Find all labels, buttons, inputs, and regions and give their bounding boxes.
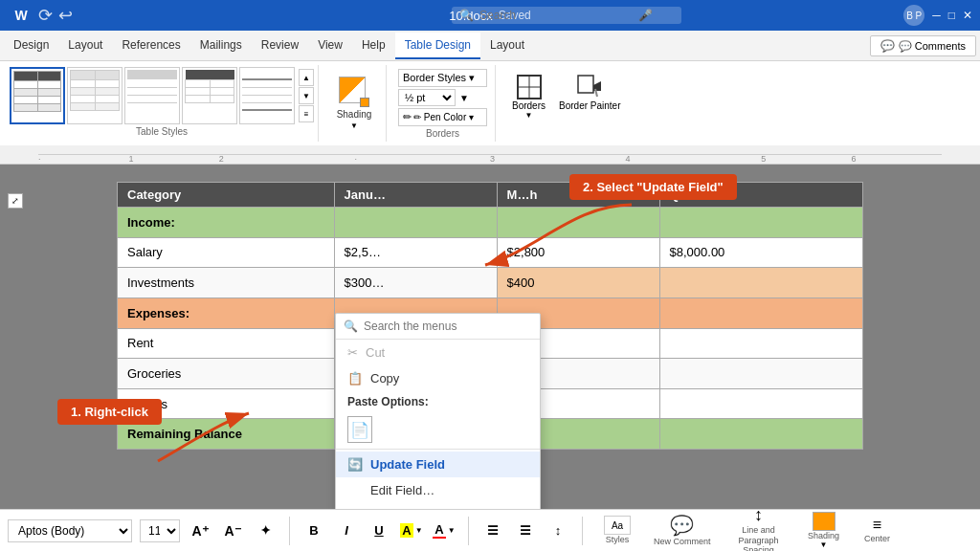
context-search-input[interactable] bbox=[364, 320, 532, 333]
border-painter-label: Border Painter bbox=[559, 100, 620, 111]
table-header-row: Category Janu… M…h Q1 Total bbox=[118, 183, 863, 208]
bullet-list-button[interactable]: ☰ bbox=[480, 519, 505, 542]
paste-options-section: Paste Options: bbox=[336, 391, 540, 412]
svg-rect-3 bbox=[578, 76, 593, 93]
callout-2: 2. Select "Update Field" bbox=[569, 174, 737, 200]
table-move-handle[interactable]: ⤢ bbox=[8, 193, 23, 209]
investments-row: Investments $300… $400 bbox=[118, 268, 863, 298]
header-january: Janu… bbox=[334, 183, 497, 208]
table-styles-down[interactable]: ▼ bbox=[299, 87, 314, 104]
pen-weight-select[interactable]: ½ pt bbox=[398, 89, 456, 106]
borders-group-label: Borders bbox=[398, 128, 487, 139]
quick-access: ⟳ ↩ bbox=[38, 5, 73, 26]
tab-help[interactable]: Help bbox=[352, 33, 395, 59]
word-logo: W bbox=[8, 6, 34, 25]
context-menu: 🔍 ✂ Cut 📋 Copy Paste Options: 📄 🔄 Update… bbox=[335, 313, 541, 509]
font-grow-button[interactable]: A⁺ bbox=[188, 519, 212, 542]
salary-row: Salary $2,5… $2,800 $8,000.00 bbox=[118, 237, 863, 268]
font-shrink-button[interactable]: A⁻ bbox=[220, 519, 245, 542]
styles-button[interactable]: Aa Styles bbox=[594, 514, 640, 547]
border-painter-button[interactable]: Border Painter bbox=[554, 69, 625, 124]
close-btn[interactable]: ✕ bbox=[963, 9, 972, 22]
tab-review[interactable]: Review bbox=[252, 33, 308, 59]
edit-field-menu-item[interactable]: Edit Field… bbox=[336, 477, 540, 503]
table-styles-label: Table Styles bbox=[136, 126, 188, 137]
paste-button[interactable]: 📄 bbox=[347, 416, 372, 443]
shading-button[interactable]: Shading ▼ bbox=[330, 69, 378, 138]
new-comment-button[interactable]: 💬 New Comment bbox=[648, 512, 717, 549]
table-style-3[interactable] bbox=[124, 67, 180, 124]
context-menu-search-bar: 🔍 bbox=[336, 314, 540, 340]
search-icon: 🔍 bbox=[344, 320, 358, 333]
shading-label: Shading bbox=[337, 109, 372, 120]
numbered-list-button[interactable]: ☰ bbox=[513, 519, 538, 542]
title-search-input[interactable] bbox=[479, 9, 633, 22]
italic-button[interactable]: I bbox=[334, 519, 359, 542]
document-area: ⤢ Category Janu… M…h Q1 Total Income: Sa… bbox=[0, 165, 980, 509]
title-bar: W ⟳ ↩ 10.docx Saved 🔍 🎤 B P ─ □ ✕ bbox=[0, 0, 980, 31]
table-style-5[interactable] bbox=[239, 67, 295, 124]
borders-button[interactable]: Borders ▼ bbox=[507, 69, 550, 124]
tab-table-design[interactable]: Table Design bbox=[395, 33, 480, 59]
callout-1: 1. Right-click bbox=[57, 399, 162, 425]
clear-format-button[interactable]: ✦ bbox=[253, 519, 278, 542]
separator-1 bbox=[289, 517, 290, 545]
ruler: · 1 2 · 3 4 5 6 bbox=[0, 145, 980, 165]
copy-menu-item[interactable]: 📋 Copy bbox=[336, 365, 540, 391]
line-paragraph-spacing-button[interactable]: ↕ Line and Paragraph Spacing bbox=[724, 503, 793, 551]
tab-references[interactable]: References bbox=[112, 33, 189, 59]
update-field-icon: 🔄 bbox=[347, 457, 363, 472]
ribbon-content: ▲ ▼ ≡ Table Styles Shading ▼ Border Styl… bbox=[0, 61, 980, 145]
underline-button[interactable]: U bbox=[367, 519, 391, 542]
mic-icon: 🎤 bbox=[638, 9, 653, 22]
font-color-button[interactable]: A▼ bbox=[432, 519, 457, 542]
table-styles-expand[interactable]: ≡ bbox=[299, 105, 314, 122]
divider-1 bbox=[336, 449, 540, 450]
copy-icon: 📋 bbox=[347, 371, 363, 386]
tab-mailings[interactable]: Mailings bbox=[190, 33, 252, 59]
toggle-field-codes-item[interactable]: Toggle Field Codes bbox=[336, 503, 540, 509]
user-initials: B P bbox=[903, 5, 924, 26]
cut-icon: ✂ bbox=[347, 345, 358, 360]
font-size-selector[interactable]: 11 bbox=[140, 519, 180, 542]
pen-color-dropdown[interactable]: ✏ ✏ Pen Color ▾ bbox=[398, 108, 487, 126]
line-spacing-inline-btn[interactable]: ↕ bbox=[546, 519, 570, 542]
cut-menu-item[interactable]: ✂ Cut bbox=[336, 340, 540, 365]
income-label-row: Income: bbox=[118, 208, 863, 238]
header-category: Category bbox=[118, 183, 335, 208]
tab-view[interactable]: View bbox=[308, 33, 352, 59]
comments-button[interactable]: 💬 💬 Comments bbox=[870, 35, 976, 56]
tab-layout[interactable]: Layout bbox=[480, 33, 534, 59]
status-bar: Aptos (Body) 11 A⁺ A⁻ ✦ B I U A▼ A▼ ☰ ☰ … bbox=[0, 509, 980, 551]
tab-design[interactable]: Design bbox=[4, 33, 58, 59]
search-icon-title: 🔍 bbox=[459, 9, 474, 22]
tab-layout-page[interactable]: Layout bbox=[58, 33, 112, 59]
separator-2 bbox=[468, 517, 469, 545]
minimize-btn[interactable]: ─ bbox=[932, 9, 941, 22]
table-style-2[interactable] bbox=[67, 67, 122, 124]
update-field-menu-item[interactable]: 🔄 Update Field bbox=[336, 452, 540, 477]
table-style-4[interactable] bbox=[182, 67, 237, 124]
ribbon-tabs: Design Layout References Mailings Review… bbox=[0, 31, 980, 61]
highlight-button[interactable]: A▼ bbox=[399, 519, 424, 542]
maximize-btn[interactable]: □ bbox=[948, 9, 955, 22]
center-align-button[interactable]: ≡ Center bbox=[855, 515, 901, 546]
border-styles-dropdown[interactable]: Border Styles ▾ bbox=[398, 69, 487, 87]
table-styles-up[interactable]: ▲ bbox=[299, 69, 314, 86]
table-style-1[interactable] bbox=[10, 67, 65, 124]
borders-btn-label: Borders bbox=[512, 100, 546, 111]
font-selector[interactable]: Aptos (Body) bbox=[8, 519, 132, 542]
bold-button[interactable]: B bbox=[301, 519, 326, 542]
paste-icon-item[interactable]: 📄 bbox=[336, 412, 540, 447]
separator-3 bbox=[582, 517, 583, 545]
shading-status-button[interactable]: Shading ▼ bbox=[801, 510, 847, 551]
